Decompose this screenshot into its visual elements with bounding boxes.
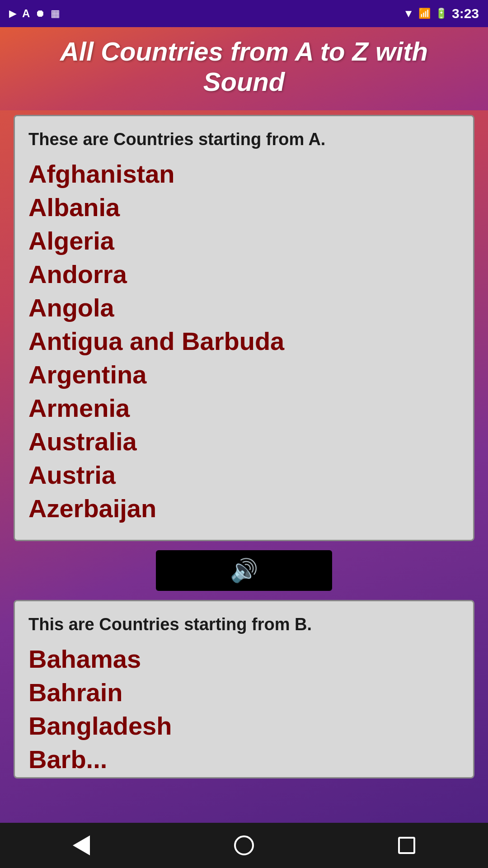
- status-bar: ▶ A ⏺ ▦ ▼ 📶 🔋 3:23: [0, 0, 488, 27]
- status-bar-left: ▶ A ⏺ ▦: [9, 7, 60, 20]
- section-b-header: This are Countries starting from B.: [28, 615, 460, 634]
- home-button[interactable]: [230, 832, 258, 859]
- clock: 3:23: [452, 6, 479, 21]
- record-icon: ⏺: [35, 8, 45, 19]
- play-icon: ▶: [9, 8, 17, 19]
- menu-icon: ▦: [51, 8, 60, 19]
- recent-icon: [398, 837, 415, 854]
- list-item[interactable]: Bahrain: [28, 677, 460, 708]
- app-title-bar: All Countries from A to Z with Sound: [0, 27, 488, 110]
- nav-bar: [0, 823, 488, 868]
- main-content: These are Countries starting from A. Afg…: [0, 110, 488, 823]
- section-b-card: This are Countries starting from B. Baha…: [14, 600, 474, 778]
- recent-button[interactable]: [393, 832, 420, 859]
- section-a-list: Afghanistan Albania Algeria Andorra Ango…: [28, 158, 460, 524]
- status-bar-right: ▼ 📶 🔋 3:23: [403, 6, 479, 21]
- app-title: All Countries from A to Z with Sound: [18, 36, 470, 97]
- list-item[interactable]: Albania: [28, 192, 460, 223]
- speaker-icon: 🔊: [230, 557, 258, 584]
- signal-icon: 📶: [418, 8, 431, 19]
- sound-button[interactable]: 🔊: [156, 550, 332, 591]
- wifi-icon: ▼: [403, 7, 414, 20]
- back-icon: [73, 835, 90, 855]
- list-item[interactable]: Bahamas: [28, 643, 460, 675]
- list-item[interactable]: Andorra: [28, 259, 460, 290]
- list-item[interactable]: Antigua and Barbuda: [28, 326, 460, 357]
- list-item[interactable]: Armenia: [28, 392, 460, 424]
- list-item[interactable]: Afghanistan: [28, 158, 460, 190]
- section-a-header: These are Countries starting from A.: [28, 130, 460, 149]
- list-item[interactable]: Argentina: [28, 359, 460, 391]
- section-a-card: These are Countries starting from A. Afg…: [14, 115, 474, 541]
- list-item[interactable]: Barb...: [28, 744, 460, 775]
- list-item[interactable]: Australia: [28, 426, 460, 458]
- a-icon: A: [22, 7, 30, 20]
- list-item[interactable]: Azerbaijan: [28, 493, 460, 524]
- section-b-list: Bahamas Bahrain Bangladesh Barb...: [28, 643, 460, 775]
- list-item[interactable]: Austria: [28, 459, 460, 491]
- home-icon: [234, 835, 254, 855]
- list-item[interactable]: Bangladesh: [28, 710, 460, 742]
- battery-icon: 🔋: [435, 8, 447, 19]
- list-item[interactable]: Angola: [28, 292, 460, 324]
- list-item[interactable]: Algeria: [28, 225, 460, 257]
- back-button[interactable]: [68, 832, 95, 859]
